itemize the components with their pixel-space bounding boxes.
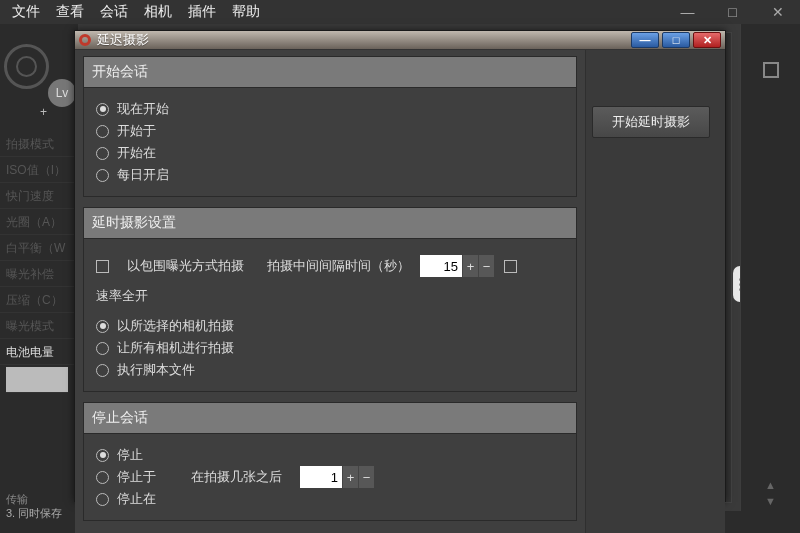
stop-session-header: 停止会话 bbox=[84, 403, 576, 434]
radio-stop-at[interactable] bbox=[96, 471, 109, 484]
chevron-down-icon[interactable]: ▼ bbox=[765, 495, 776, 507]
sidebar-item-shutter[interactable]: 快门速度 bbox=[0, 183, 78, 209]
menu-view[interactable]: 查看 bbox=[48, 3, 92, 21]
after-shots-input[interactable] bbox=[300, 466, 342, 488]
stop-session-panel: 停止会话 停止 停止于 在拍摄几张之后 + bbox=[83, 402, 577, 521]
checkbox-bracketing[interactable] bbox=[96, 260, 109, 273]
left-sidebar: Lv + 拍摄模式 ISO值（I） 快门速度 光圈（A） 白平衡（W 曝光补偿 … bbox=[0, 24, 78, 533]
window-minimize-button[interactable]: — bbox=[665, 0, 710, 24]
radio-start-at[interactable] bbox=[96, 125, 109, 138]
interval-increase-button[interactable]: + bbox=[462, 255, 478, 277]
footer-save-mode: 3. 同时保存 bbox=[6, 506, 62, 521]
live-view-button[interactable]: Lv bbox=[48, 79, 76, 107]
start-session-panel: 开始会话 现在开始 开始于 开始在 bbox=[83, 56, 577, 197]
interval-label: 拍摄中间间隔时间（秒） bbox=[267, 257, 410, 275]
radio-start-in[interactable] bbox=[96, 147, 109, 160]
after-shots-label: 在拍摄几张之后 bbox=[191, 468, 282, 486]
after-shots-increase-button[interactable]: + bbox=[342, 466, 358, 488]
radio-start-daily-label: 每日开启 bbox=[117, 166, 169, 184]
sidebar-item-compress[interactable]: 压缩（C） bbox=[0, 287, 78, 313]
sidebar-settings-list: 拍摄模式 ISO值（I） 快门速度 光圈（A） 白平衡（W 曝光补偿 压缩（C）… bbox=[0, 131, 78, 393]
right-sidebar: ▲ ▼ bbox=[740, 24, 800, 511]
radio-start-at-label: 开始于 bbox=[117, 122, 156, 140]
dialog-maximize-button[interactable]: □ bbox=[662, 32, 690, 48]
dialog-titlebar[interactable]: 延迟摄影 — □ ✕ bbox=[75, 31, 725, 50]
radio-stop-label: 停止 bbox=[117, 446, 143, 464]
sidebar-item-battery[interactable]: 电池电量 bbox=[0, 339, 78, 365]
after-shots-decrease-button[interactable]: − bbox=[358, 466, 374, 488]
radio-stop-at-label: 停止于 bbox=[117, 468, 171, 486]
footer-transfer-label: 传输 bbox=[6, 492, 28, 507]
aperture-icon bbox=[4, 44, 49, 89]
sidebar-item-shoot-mode[interactable]: 拍摄模式 bbox=[0, 131, 78, 157]
window-controls: — □ ✕ bbox=[665, 0, 800, 24]
radio-run-script-label: 执行脚本文件 bbox=[117, 361, 195, 379]
stop-icon[interactable] bbox=[763, 62, 779, 78]
checkbox-fullrate[interactable] bbox=[504, 260, 517, 273]
sidebar-item-aperture[interactable]: 光圈（A） bbox=[0, 209, 78, 235]
radio-start-now-label: 现在开始 bbox=[117, 100, 169, 118]
after-shots-spinner[interactable]: + − bbox=[300, 466, 374, 488]
radio-stop-in-label: 停止在 bbox=[117, 490, 156, 508]
interval-spinner[interactable]: + − bbox=[420, 255, 494, 277]
start-timelapse-button[interactable]: 开始延时摄影 bbox=[592, 106, 710, 138]
dialog-close-button[interactable]: ✕ bbox=[693, 32, 721, 48]
radio-start-in-label: 开始在 bbox=[117, 144, 156, 162]
interval-decrease-button[interactable]: − bbox=[478, 255, 494, 277]
radio-selected-camera-label: 以所选择的相机拍摄 bbox=[117, 317, 234, 335]
menu-camera[interactable]: 相机 bbox=[136, 3, 180, 21]
window-close-button[interactable]: ✕ bbox=[755, 0, 800, 24]
radio-start-now[interactable] bbox=[96, 103, 109, 116]
checkbox-fullrate-label: 速率全开 bbox=[96, 287, 148, 305]
radio-selected-camera[interactable] bbox=[96, 320, 109, 333]
add-icon[interactable]: + bbox=[40, 105, 47, 119]
timelapse-settings-panel: 延时摄影设置 以包围曝光方式拍摄 拍摄中间间隔时间（秒） + − bbox=[83, 207, 577, 392]
radio-all-cameras-label: 让所有相机进行拍摄 bbox=[117, 339, 234, 357]
start-session-header: 开始会话 bbox=[84, 57, 576, 88]
dialog-minimize-button[interactable]: — bbox=[631, 32, 659, 48]
checkbox-bracketing-label: 以包围曝光方式拍摄 bbox=[127, 257, 257, 275]
menu-file[interactable]: 文件 bbox=[4, 3, 48, 21]
radio-stop[interactable] bbox=[96, 449, 109, 462]
radio-run-script[interactable] bbox=[96, 364, 109, 377]
radio-all-cameras[interactable] bbox=[96, 342, 109, 355]
sidebar-item-exp-mode[interactable]: 曝光模式 bbox=[0, 313, 78, 339]
sidebar-item-iso[interactable]: ISO值（I） bbox=[0, 157, 78, 183]
chevron-up-icon[interactable]: ▲ bbox=[765, 479, 776, 491]
dialog-app-icon bbox=[79, 34, 91, 46]
menu-help[interactable]: 帮助 bbox=[224, 3, 268, 21]
sidebar-item-ev[interactable]: 曝光补偿 bbox=[0, 261, 78, 287]
interval-input[interactable] bbox=[420, 255, 462, 277]
dialog-title: 延迟摄影 bbox=[97, 31, 149, 49]
radio-stop-in[interactable] bbox=[96, 493, 109, 506]
timelapse-settings-header: 延时摄影设置 bbox=[84, 208, 576, 239]
timelapse-dialog: 延迟摄影 — □ ✕ 开始会话 现在开始 开始于 bbox=[74, 30, 726, 502]
radio-start-daily[interactable] bbox=[96, 169, 109, 182]
battery-level-bar bbox=[6, 367, 68, 393]
dialog-right-pane: 开始延时摄影 bbox=[585, 50, 725, 533]
menu-session[interactable]: 会话 bbox=[92, 3, 136, 21]
menu-plugin[interactable]: 插件 bbox=[180, 3, 224, 21]
window-maximize-button[interactable]: □ bbox=[710, 0, 755, 24]
sidebar-item-wb[interactable]: 白平衡（W bbox=[0, 235, 78, 261]
